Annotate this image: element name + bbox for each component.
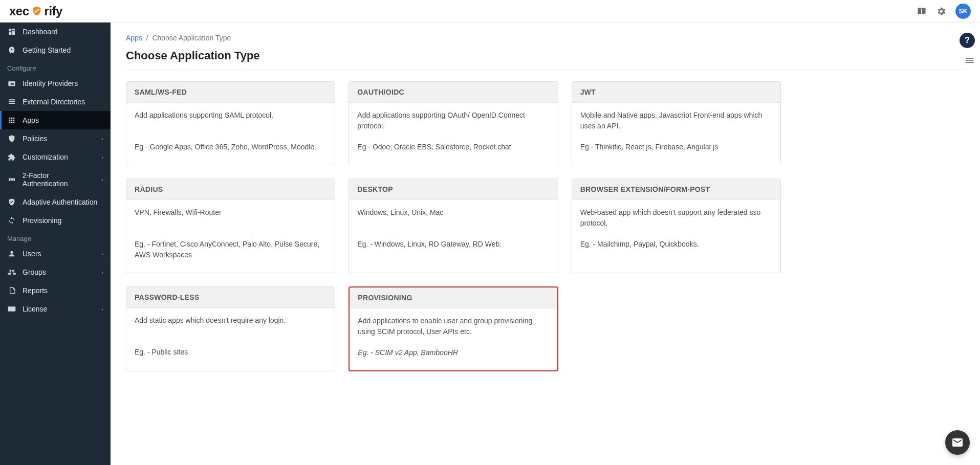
card-description: Add applications supporting OAuth/ OpenI… <box>357 110 549 131</box>
help-button[interactable]: ? <box>960 33 975 48</box>
sidebar-item-dashboard[interactable]: Dashboard <box>0 23 111 41</box>
shield-icon <box>7 135 16 143</box>
sidebar-item-label: Dashboard <box>23 28 58 36</box>
brand-shield-icon <box>31 6 42 17</box>
app-type-card-jwt[interactable]: JWTMobile and Native apps, Javascript Fr… <box>572 81 781 165</box>
sidebar-item-provisioning[interactable]: Provisioning <box>0 211 111 230</box>
card-example: Eg. - Fortinet, Cisco AnyConnect, Palo A… <box>135 239 326 260</box>
sidebar-item-label: Provisioning <box>23 216 61 225</box>
page-title: Choose Application Type <box>126 49 965 62</box>
card-example: Eg. - Windows, Linux, RD Gateway, RD Web… <box>357 239 549 250</box>
sidebar-item-label: Users <box>23 250 41 258</box>
sidebar-item-policies[interactable]: Policies› <box>0 129 111 148</box>
sidebar-item-label: External Directories <box>23 98 85 106</box>
sidebar-item-label: Reports <box>23 286 48 295</box>
app-type-card-radius[interactable]: RADIUSVPN, Firewalls, Wifi-RouterEg. - F… <box>126 179 335 273</box>
apps-icon <box>7 116 16 124</box>
top-actions: SK <box>917 4 971 19</box>
card-title: DESKTOP <box>349 179 557 200</box>
card-description: VPN, Firewalls, Wifi-Router <box>135 207 326 229</box>
card-title: JWT <box>572 82 780 103</box>
card-description: Add static apps which doesn't require an… <box>135 315 326 337</box>
card-description: Mobile and Native apps, Javascript Front… <box>580 110 772 131</box>
puzzle-icon <box>7 153 16 161</box>
card-example: Eg - Google Apps, Office 365, Zoho, Word… <box>135 142 326 152</box>
sidebar-item-2-factor-authentication[interactable]: 1232-Factor Authentication› <box>0 166 111 193</box>
sidebar-section-configure: Configure <box>0 59 111 74</box>
sidebar-item-label: Customization <box>23 153 68 161</box>
card-title: RADIUS <box>126 179 335 200</box>
sidebar-item-label: Adaptive Authentication <box>23 198 97 206</box>
card-description: Windows, Linux, Unix, Mac <box>357 207 549 229</box>
sidebar-item-label: Apps <box>23 116 39 124</box>
sidebar-item-label: Getting Started <box>23 46 71 54</box>
gear-icon[interactable] <box>936 6 946 16</box>
app-type-card-password-less[interactable]: PASSWORD-LESSAdd static apps which doesn… <box>126 286 335 371</box>
chat-button[interactable] <box>945 430 970 455</box>
sidebar-item-getting-started[interactable]: Getting Started <box>0 41 111 59</box>
sidebar-item-groups[interactable]: Groups› <box>0 263 111 281</box>
brand-name-pre: xec <box>9 4 29 18</box>
breadcrumb-root[interactable]: Apps <box>126 34 142 42</box>
app-type-card-provisioning[interactable]: PROVISIONINGAdd applications to enable u… <box>349 286 558 371</box>
chevron-right-icon: › <box>101 306 103 312</box>
brand-logo[interactable]: xec rify <box>9 4 62 18</box>
chevron-right-icon: › <box>101 176 103 183</box>
sidebar-section-manage: Manage <box>0 230 111 245</box>
sidebar-item-label: Groups <box>23 268 46 276</box>
sidebar-item-apps[interactable]: Apps <box>0 111 111 129</box>
card-description: Add applications to enable user and grou… <box>358 316 549 337</box>
sidebar-item-customization[interactable]: Customization› <box>0 148 111 166</box>
card-title: OAUTH/OIDC <box>349 82 557 103</box>
sidebar-item-label: 2-Factor Authentication <box>23 171 96 188</box>
chevron-right-icon: › <box>101 251 103 257</box>
sidebar-item-reports[interactable]: Reports <box>0 281 111 300</box>
list-icon <box>7 98 16 106</box>
sidebar-item-label: Policies <box>23 135 47 143</box>
card-description: Web-based app which doesn't support any … <box>580 207 772 229</box>
app-type-card-oauth-oidc[interactable]: OAUTH/OIDCAdd applications supporting OA… <box>349 81 558 165</box>
sidebar: DashboardGetting Started Configure Ident… <box>0 23 111 465</box>
breadcrumb: Apps / Choose Application Type <box>126 34 965 42</box>
avatar[interactable]: SK <box>955 4 971 19</box>
main: Apps / Choose Application Type Choose Ap… <box>111 23 980 465</box>
pin-icon: 123 <box>7 175 16 184</box>
sidebar-item-external-directories[interactable]: External Directories <box>0 93 111 111</box>
card-title: PASSWORD-LESS <box>126 287 335 308</box>
card-title: SAML/WS-FED <box>126 82 335 103</box>
app-type-card-saml-ws-fed[interactable]: SAML/WS-FEDAdd applications supporting S… <box>126 81 335 165</box>
card-title: BROWSER EXTENSION/FORM-POST <box>572 179 780 200</box>
topbar: xec rify SK <box>0 0 980 23</box>
brand-name-post: rify <box>45 4 62 18</box>
chevron-right-icon: › <box>101 154 103 160</box>
breadcrumb-current: Choose Application Type <box>152 34 231 42</box>
card-grid: SAML/WS-FEDAdd applications supporting S… <box>126 81 781 371</box>
app-type-card-browser-extension-form-post[interactable]: BROWSER EXTENSION/FORM-POSTWeb-based app… <box>572 179 781 273</box>
sidebar-item-label: License <box>23 305 47 313</box>
sidebar-item-identity-providers[interactable]: Identity Providers <box>0 74 111 93</box>
sidebar-item-users[interactable]: Users› <box>0 245 111 263</box>
card-description: Add applications supporting SAML protoco… <box>135 110 326 131</box>
card-title: PROVISIONING <box>350 287 557 308</box>
check-shield-icon <box>7 198 16 206</box>
book-icon[interactable] <box>917 6 927 16</box>
divider <box>126 70 965 70</box>
sidebar-item-label: Identity Providers <box>23 79 78 87</box>
breadcrumb-sep: / <box>144 34 153 42</box>
dashboard-icon <box>7 28 16 36</box>
rocket-icon <box>7 46 16 54</box>
card-example: Eg - Odoo, Oracle EBS, Salesforce, Rocke… <box>357 142 549 152</box>
card-icon <box>7 305 16 313</box>
card-example: Eg. - Public sites <box>135 347 326 358</box>
id-icon <box>7 79 16 87</box>
user-icon <box>7 250 16 258</box>
app-type-card-desktop[interactable]: DESKTOPWindows, Linux, Unix, MacEg. - Wi… <box>349 179 558 273</box>
sidebar-item-license[interactable]: License› <box>0 300 111 318</box>
card-example: Eg. - Mailchimp, Paypal, Quickbooks. <box>580 239 772 250</box>
chevron-right-icon: › <box>101 136 103 142</box>
hamburger-icon[interactable] <box>965 55 975 65</box>
sidebar-item-adaptive-authentication[interactable]: Adaptive Authentication <box>0 193 111 211</box>
svg-text:123: 123 <box>10 179 14 181</box>
clipboard-icon <box>7 286 16 295</box>
card-example: Eg - Thinkific, React.js, Firebase, Angu… <box>580 142 772 152</box>
